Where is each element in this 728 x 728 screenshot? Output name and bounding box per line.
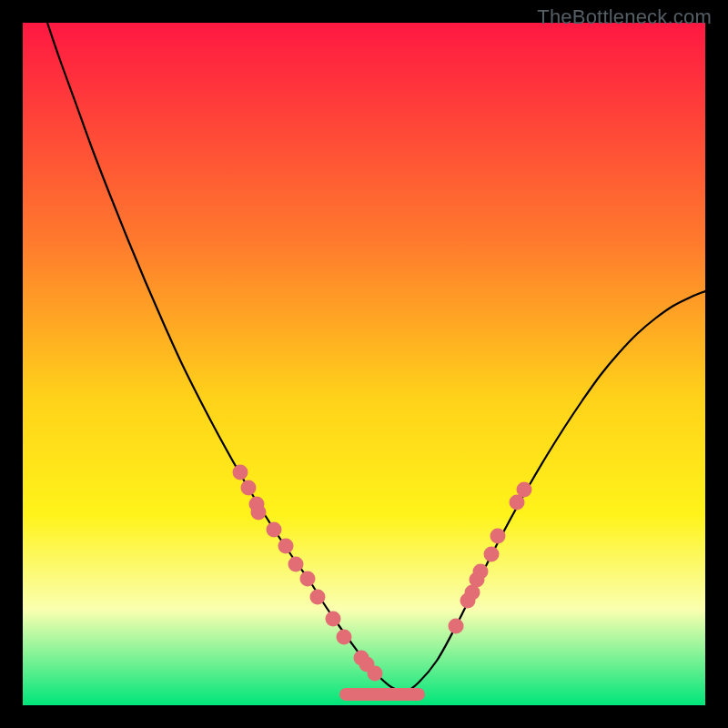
data-dot <box>233 465 248 480</box>
bottleneck-chart <box>0 0 728 728</box>
data-dot <box>278 539 294 554</box>
data-dot <box>490 529 506 544</box>
data-dot <box>251 505 267 521</box>
data-dot <box>241 480 257 496</box>
data-dot <box>449 619 464 634</box>
frame-left <box>0 0 23 728</box>
data-dot <box>300 571 316 587</box>
data-dot <box>368 666 383 682</box>
data-dot <box>517 482 532 498</box>
data-dot <box>310 590 326 605</box>
chart-container: TheBottleneck.com <box>0 0 728 728</box>
data-dot <box>288 557 304 572</box>
frame-right <box>705 0 728 728</box>
data-dot <box>326 612 341 627</box>
data-dot <box>337 630 352 645</box>
data-dot <box>484 547 500 562</box>
watermark-text: TheBottleneck.com <box>537 5 712 29</box>
frame-bottom <box>0 705 728 728</box>
plot-background <box>23 23 705 705</box>
data-dot <box>473 564 489 580</box>
data-dot <box>267 522 282 538</box>
